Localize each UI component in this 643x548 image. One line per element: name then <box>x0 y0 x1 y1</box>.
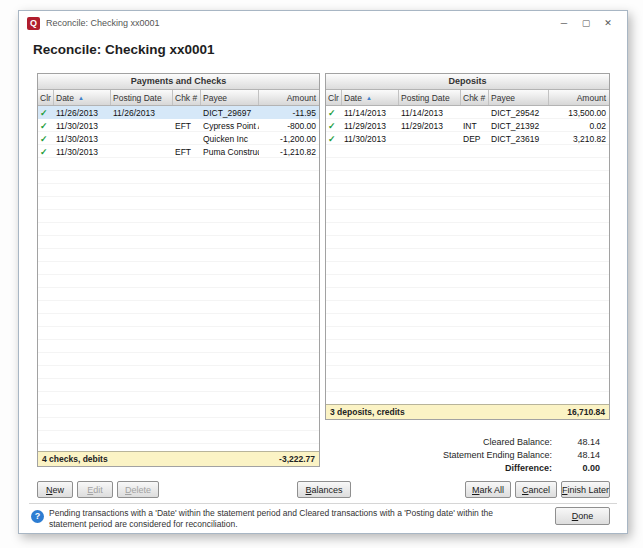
column-header-amount[interactable]: Amount <box>259 90 319 105</box>
table-row[interactable]: ✓11/30/2013DEPDICT_236193,210.82 <box>326 132 609 145</box>
payments-panel-title: Payments and Checks <box>38 74 319 90</box>
column-header-chk[interactable]: Chk # <box>461 90 489 105</box>
column-header-clr[interactable]: Clr <box>38 90 54 105</box>
footer-divider <box>29 503 617 504</box>
column-header-date-label: Date <box>56 93 74 103</box>
deposits-panel-title: Deposits <box>326 74 609 90</box>
table-row[interactable]: ✓11/30/2013Quicken Inc-1,200.00 <box>38 132 319 145</box>
cell-payee: Cypress Point Apts <box>201 121 259 131</box>
summary-value: 48.14 <box>552 437 610 447</box>
cell-amount: -1,210.82 <box>259 147 319 157</box>
payments-footer: 4 checks, debits -3,222.77 <box>38 451 319 466</box>
cell-payee: DICT_29542 <box>489 108 549 118</box>
check-icon: ✓ <box>38 134 54 144</box>
cell-payee: DICT_21392 <box>489 121 549 131</box>
column-header-chk[interactable]: Chk # <box>173 90 201 105</box>
cell-date: 11/30/2013 <box>54 134 111 144</box>
payments-panel: Payments and Checks Clr Date▲ Posting Da… <box>37 73 320 467</box>
sort-asc-icon: ▲ <box>78 95 84 101</box>
cancel-button[interactable]: Cancel <box>515 481 557 498</box>
help-text: Pending transactions with a 'Date' withi… <box>49 508 519 529</box>
cell-amount: 13,500.00 <box>549 108 609 118</box>
cell-amount: 0.02 <box>549 121 609 131</box>
mark-all-button[interactable]: Mark All <box>465 481 511 498</box>
cell-date: 11/30/2013 <box>54 147 111 157</box>
cell-chk: DEP <box>461 134 489 144</box>
payments-footer-amount: -3,222.77 <box>279 454 315 464</box>
payments-column-headers: Clr Date▲ Posting Date Chk # Payee Amoun… <box>38 90 319 106</box>
cell-payee: Quicken Inc <box>201 134 259 144</box>
help-icon[interactable]: ? <box>31 510 44 523</box>
table-row[interactable]: ✓11/29/201311/29/2013INTDICT_213920.02 <box>326 119 609 132</box>
summary-label: Difference: <box>505 463 552 473</box>
cell-date: 11/26/2013 <box>54 108 111 118</box>
new-button[interactable]: New <box>37 481 73 498</box>
delete-button: Delete <box>117 481 159 498</box>
quicken-logo-icon: Q <box>27 17 40 30</box>
table-row[interactable]: ✓11/14/201311/14/2013DICT_2954213,500.00 <box>326 106 609 119</box>
reconcile-window: Q Reconcile: Checking xx0001 ─ ▢ ✕ Recon… <box>18 10 628 534</box>
cell-payee: Puma Construction <box>201 147 259 157</box>
deposits-footer-label: 3 deposits, credits <box>330 407 405 417</box>
cell-payee: DICT_29697 <box>201 108 259 118</box>
column-header-posting-date[interactable]: Posting Date <box>399 90 461 105</box>
summary-row-statement-ending: Statement Ending Balance: 48.14 <box>325 448 610 461</box>
table-row[interactable]: ✓11/30/2013EFTPuma Construction-1,210.82 <box>38 145 319 158</box>
minimize-icon[interactable]: ─ <box>553 18 575 28</box>
summary-row-cleared: Cleared Balance: 48.14 <box>325 435 610 448</box>
column-header-payee[interactable]: Payee <box>489 90 549 105</box>
cell-chk: EFT <box>173 147 201 157</box>
cell-amount: -800.00 <box>259 121 319 131</box>
sort-asc-icon: ▲ <box>366 95 372 101</box>
cell-date: 11/14/2013 <box>342 108 399 118</box>
cell-date: 11/30/2013 <box>342 134 399 144</box>
cell-chk: EFT <box>173 121 201 131</box>
maximize-icon[interactable]: ▢ <box>575 18 597 28</box>
done-button[interactable]: Done <box>555 507 610 525</box>
check-icon: ✓ <box>38 147 54 157</box>
deposits-footer: 3 deposits, credits 16,710.84 <box>326 404 609 419</box>
check-icon: ✓ <box>326 121 342 131</box>
check-icon: ✓ <box>38 121 54 131</box>
close-icon[interactable]: ✕ <box>597 18 619 28</box>
cell-payee: DICT_23619 <box>489 134 549 144</box>
cell-chk: INT <box>461 121 489 131</box>
page-title: Reconcile: Checking xx0001 <box>33 42 215 57</box>
cell-amount: -1,200.00 <box>259 134 319 144</box>
column-header-posting-date[interactable]: Posting Date <box>111 90 173 105</box>
table-row[interactable]: ✓11/30/2013EFTCypress Point Apts-800.00 <box>38 119 319 132</box>
check-icon: ✓ <box>326 108 342 118</box>
check-icon: ✓ <box>326 134 342 144</box>
deposits-rows: ✓11/14/201311/14/2013DICT_2954213,500.00… <box>326 106 609 404</box>
column-header-date-label: Date <box>344 93 362 103</box>
deposits-column-headers: Clr Date▲ Posting Date Chk # Payee Amoun… <box>326 90 609 106</box>
cell-amount: 3,210.82 <box>549 134 609 144</box>
column-header-date[interactable]: Date▲ <box>54 90 111 105</box>
cell-posting: 11/14/2013 <box>399 108 461 118</box>
cell-posting: 11/26/2013 <box>111 108 173 118</box>
cell-amount: -11.95 <box>259 108 319 118</box>
payments-rows: ✓11/26/201311/26/2013DICT_29697-11.95✓11… <box>38 106 319 451</box>
column-header-payee[interactable]: Payee <box>201 90 259 105</box>
summary-label: Statement Ending Balance: <box>443 450 552 460</box>
column-header-amount[interactable]: Amount <box>549 90 609 105</box>
titlebar: Q Reconcile: Checking xx0001 ─ ▢ ✕ <box>19 11 627 35</box>
summary-value: 0.00 <box>552 463 610 473</box>
column-header-date[interactable]: Date▲ <box>342 90 399 105</box>
finish-later-button[interactable]: Finish Later <box>561 481 610 498</box>
cell-posting: 11/29/2013 <box>399 121 461 131</box>
window-controls: ─ ▢ ✕ <box>553 18 619 28</box>
summary-value: 48.14 <box>552 450 610 460</box>
deposits-panel: Deposits Clr Date▲ Posting Date Chk # Pa… <box>325 73 610 420</box>
balance-summary: Cleared Balance: 48.14 Statement Ending … <box>325 435 610 474</box>
column-header-clr[interactable]: Clr <box>326 90 342 105</box>
edit-button: Edit <box>77 481 113 498</box>
deposits-footer-amount: 16,710.84 <box>567 407 605 417</box>
summary-row-difference: Difference: 0.00 <box>325 461 610 474</box>
payments-footer-label: 4 checks, debits <box>42 454 108 464</box>
window-title: Reconcile: Checking xx0001 <box>46 18 553 28</box>
check-icon: ✓ <box>38 108 54 118</box>
summary-label: Cleared Balance: <box>483 437 552 447</box>
balances-button[interactable]: Balances <box>297 481 351 498</box>
table-row[interactable]: ✓11/26/201311/26/2013DICT_29697-11.95 <box>38 106 319 119</box>
